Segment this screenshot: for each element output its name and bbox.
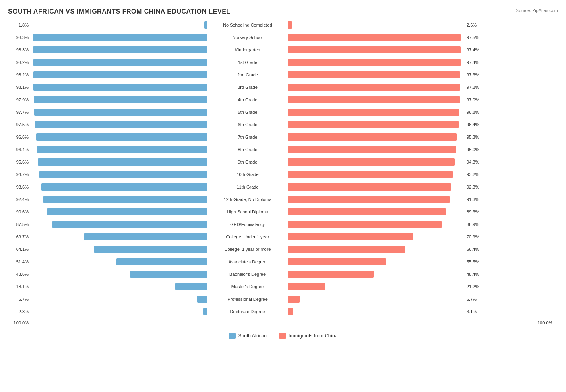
right-bar-container bbox=[288, 221, 465, 228]
right-pct-label: 96.8% bbox=[465, 110, 487, 115]
left-pct-label: 95.6% bbox=[8, 160, 30, 164]
right-bar-container bbox=[288, 121, 465, 128]
right-bar bbox=[288, 146, 456, 153]
left-pct-label: 51.4% bbox=[8, 259, 30, 264]
source-text: Source: ZipAtlas.com bbox=[516, 8, 558, 13]
right-bar bbox=[288, 296, 300, 303]
center-label: 3rd Grade bbox=[207, 85, 288, 90]
right-pct-label: 95.3% bbox=[465, 135, 487, 140]
bar-row: 98.3%Nursery School97.5% bbox=[8, 32, 558, 43]
right-pct-label: 91.3% bbox=[465, 197, 487, 202]
left-bar bbox=[33, 34, 207, 41]
center-label: 8th Grade bbox=[207, 147, 288, 152]
left-bar-container bbox=[30, 96, 207, 103]
bar-row: 95.6%9th Grade94.3% bbox=[8, 156, 558, 168]
chart-title: SOUTH AFRICAN VS IMMIGRANTS FROM CHINA E… bbox=[8, 8, 558, 15]
left-bar-container bbox=[30, 221, 207, 228]
left-pct-label: 98.1% bbox=[8, 85, 30, 90]
center-label: GED/Equivalency bbox=[207, 222, 288, 227]
left-bar bbox=[203, 308, 207, 315]
left-bar bbox=[52, 221, 207, 228]
center-label: Kindergarten bbox=[207, 47, 288, 52]
center-label: 5th Grade bbox=[207, 110, 288, 115]
right-bar-container bbox=[288, 84, 465, 91]
axis-left-label: 100.0% bbox=[8, 320, 30, 325]
left-bar bbox=[33, 71, 207, 78]
left-bar bbox=[39, 171, 207, 178]
left-bar-container bbox=[30, 46, 207, 53]
left-bar bbox=[116, 258, 207, 265]
center-label: College, 1 year or more bbox=[207, 247, 288, 252]
center-label: Professional Degree bbox=[207, 297, 288, 302]
bar-row: 97.7%5th Grade96.8% bbox=[8, 107, 558, 118]
right-bar-container bbox=[288, 46, 465, 53]
right-pct-label: 97.2% bbox=[465, 85, 487, 90]
left-bar bbox=[43, 196, 207, 203]
right-bar bbox=[288, 109, 459, 116]
right-bar bbox=[288, 246, 405, 253]
right-bar-container bbox=[288, 258, 465, 265]
center-label: Nursery School bbox=[207, 35, 288, 40]
right-pct-label: 95.0% bbox=[465, 147, 487, 152]
right-bar bbox=[288, 96, 460, 103]
bar-row: 64.1%College, 1 year or more66.4% bbox=[8, 244, 558, 255]
right-bar-container bbox=[288, 246, 465, 253]
chart-area: 1.8%No Schooling Completed2.6%98.3%Nurse… bbox=[8, 19, 558, 327]
right-pct-label: 6.7% bbox=[465, 297, 487, 302]
right-bar-container bbox=[288, 109, 465, 116]
bar-row: 2.3%Doctorate Degree3.1% bbox=[8, 306, 558, 317]
left-pct-label: 18.1% bbox=[8, 284, 30, 289]
right-bar-container bbox=[288, 158, 465, 166]
right-pct-label: 97.4% bbox=[465, 60, 487, 65]
bar-row: 5.7%Professional Degree6.7% bbox=[8, 293, 558, 305]
center-label: 7th Grade bbox=[207, 135, 288, 140]
center-label: 2nd Grade bbox=[207, 72, 288, 77]
bar-row: 69.7%College, Under 1 year70.9% bbox=[8, 231, 558, 242]
right-pct-label: 55.5% bbox=[465, 259, 487, 264]
legend-item-south-african: South African bbox=[229, 333, 267, 339]
chart-container: SOUTH AFRICAN VS IMMIGRANTS FROM CHINA E… bbox=[0, 0, 566, 392]
legend-box-south-african bbox=[229, 333, 236, 339]
bar-row: 98.2%1st Grade97.4% bbox=[8, 57, 558, 68]
right-pct-label: 97.4% bbox=[465, 47, 487, 52]
right-bar-container bbox=[288, 233, 465, 240]
bar-row: 18.1%Master's Degree21.2% bbox=[8, 281, 558, 292]
left-pct-label: 98.2% bbox=[8, 72, 30, 77]
center-label: No Schooling Completed bbox=[207, 23, 288, 27]
left-bar-container bbox=[30, 158, 207, 166]
right-bar bbox=[288, 233, 413, 240]
right-bar bbox=[288, 171, 453, 178]
left-bar bbox=[175, 283, 207, 290]
bar-row: 98.2%2nd Grade97.3% bbox=[8, 69, 558, 80]
right-bar bbox=[288, 84, 460, 91]
bar-row: 51.4%Associate's Degree55.5% bbox=[8, 256, 558, 267]
left-bar-container bbox=[30, 196, 207, 203]
left-pct-label: 64.1% bbox=[8, 247, 30, 252]
bar-row: 94.7%10th Grade93.2% bbox=[8, 169, 558, 180]
left-bar bbox=[33, 59, 207, 66]
left-bar bbox=[130, 271, 207, 278]
right-bar bbox=[288, 308, 293, 315]
center-label: Associate's Degree bbox=[207, 259, 288, 264]
right-pct-label: 96.4% bbox=[465, 122, 487, 127]
bar-row: 1.8%No Schooling Completed2.6% bbox=[8, 19, 558, 31]
left-bar-container bbox=[30, 258, 207, 265]
left-bar-container bbox=[30, 34, 207, 41]
left-bar-container bbox=[30, 71, 207, 78]
right-pct-label: 2.6% bbox=[465, 23, 487, 27]
left-pct-label: 87.5% bbox=[8, 222, 30, 227]
left-bar-container bbox=[30, 59, 207, 66]
center-label: 1st Grade bbox=[207, 60, 288, 65]
axis-row: 100.0%100.0% bbox=[8, 319, 558, 327]
center-label: 6th Grade bbox=[207, 122, 288, 127]
right-pct-label: 97.0% bbox=[465, 97, 487, 102]
center-label: Doctorate Degree bbox=[207, 309, 288, 314]
left-pct-label: 69.7% bbox=[8, 234, 30, 239]
right-bar bbox=[288, 34, 461, 41]
center-label: College, Under 1 year bbox=[207, 234, 288, 239]
left-bar-container bbox=[30, 109, 207, 116]
right-pct-label: 92.3% bbox=[465, 185, 487, 189]
center-label: Bachelor's Degree bbox=[207, 272, 288, 277]
left-bar-container bbox=[30, 308, 207, 315]
bar-row: 87.5%GED/Equivalency86.9% bbox=[8, 219, 558, 230]
